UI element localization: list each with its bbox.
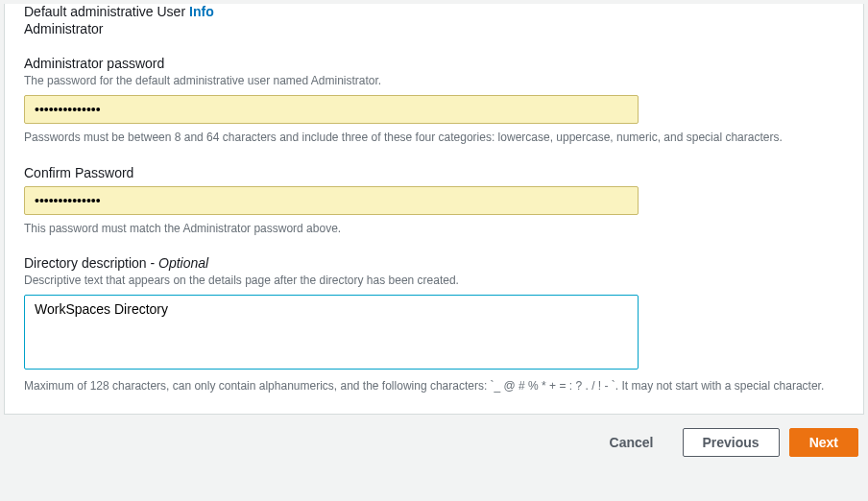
description-hint: Descriptive text that appears on the det… bbox=[24, 273, 844, 289]
confirm-password-label: Confirm Password bbox=[24, 165, 844, 180]
default-user-value: Administrator bbox=[24, 21, 844, 36]
wizard-footer: Cancel Previous Next bbox=[0, 415, 868, 466]
admin-password-hint: The password for the default administrat… bbox=[24, 73, 844, 89]
description-textarea[interactable] bbox=[24, 295, 639, 370]
description-section: Directory description - Optional Descrip… bbox=[24, 255, 844, 394]
cancel-button[interactable]: Cancel bbox=[591, 429, 673, 456]
admin-password-input[interactable] bbox=[24, 95, 639, 124]
form-container: Default administrative User Info Adminis… bbox=[4, 4, 864, 415]
previous-button[interactable]: Previous bbox=[683, 428, 780, 457]
default-user-label-row: Default administrative User Info bbox=[24, 4, 844, 19]
default-user-section: Default administrative User Info Adminis… bbox=[24, 4, 844, 36]
confirm-password-input[interactable] bbox=[24, 186, 639, 215]
admin-password-section: Administrator password The password for … bbox=[24, 56, 844, 146]
default-user-label: Default administrative User bbox=[24, 4, 185, 19]
admin-password-label: Administrator password bbox=[24, 56, 844, 71]
admin-password-constraint: Passwords must be between 8 and 64 chara… bbox=[24, 130, 844, 146]
confirm-password-section: Confirm Password This password must matc… bbox=[24, 165, 844, 237]
description-label: Directory description - Optional bbox=[24, 255, 844, 271]
confirm-password-constraint: This password must match the Administrat… bbox=[24, 221, 844, 237]
next-button[interactable]: Next bbox=[789, 428, 858, 457]
description-constraint: Maximum of 128 characters, can only cont… bbox=[24, 378, 844, 394]
info-link[interactable]: Info bbox=[189, 4, 214, 19]
